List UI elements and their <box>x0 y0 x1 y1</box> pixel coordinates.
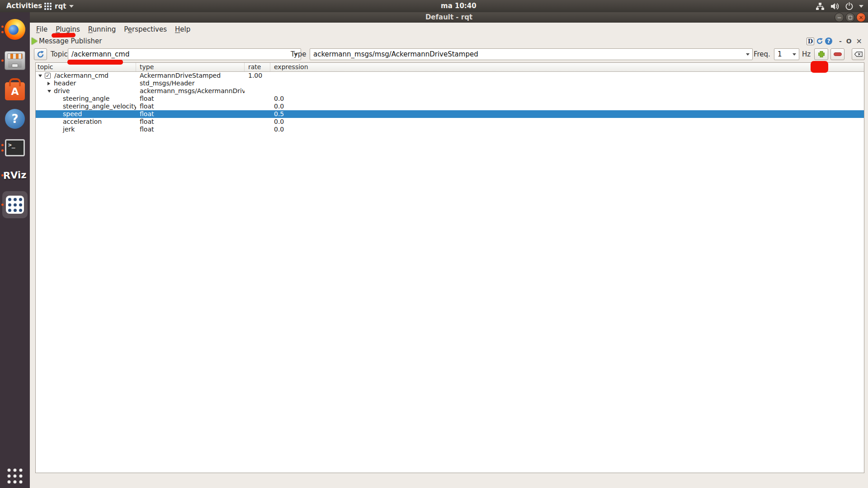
table-row[interactable]: speedfloat0.5 <box>36 110 864 118</box>
running-indicator <box>1 204 4 206</box>
type-cell: AckermannDriveStamped <box>136 72 245 80</box>
topic-combobox[interactable] <box>68 48 301 60</box>
dock-item-firefox[interactable] <box>0 12 30 47</box>
gnome-top-bar: Activities rqt ma 10:40 <box>0 0 868 12</box>
activities-button[interactable]: Activities <box>6 0 42 12</box>
rate-cell <box>245 110 270 118</box>
plugin-title-bar: Message Publisher D ? - O ✕ <box>30 36 868 47</box>
tree-body: ✓/ackermann_cmdAckermannDriveStamped1.00… <box>36 72 864 133</box>
freq-combobox[interactable] <box>774 48 799 60</box>
plugin-minimize-button[interactable]: - <box>838 38 843 45</box>
table-row[interactable]: steering_anglefloat0.0 <box>36 95 864 103</box>
rqt-grid-icon <box>6 196 24 214</box>
expression-cell: 0.0 <box>270 103 864 110</box>
terminal-icon: >_ <box>5 139 25 156</box>
running-indicator <box>1 60 4 62</box>
expression-cell: 0.0 <box>270 118 864 126</box>
expander-down-icon[interactable] <box>47 90 54 93</box>
topic-input[interactable] <box>68 49 292 60</box>
file-cabinet-icon <box>5 51 25 70</box>
dock-widget-d-button[interactable]: D <box>807 38 814 45</box>
type-cell: std_msgs/Header <box>136 80 245 87</box>
running-indicator <box>1 26 4 33</box>
table-header[interactable]: topic type rate expression <box>36 63 864 72</box>
window-titlebar[interactable]: Default - rqt − ✕ <box>30 12 868 23</box>
plus-icon <box>818 51 825 58</box>
rviz-icon: RViz <box>3 169 27 181</box>
topic-cell: /ackermann_cmd <box>54 72 108 80</box>
publisher-tree-table: topic type rate expression ✓/ackermann_c… <box>35 62 864 473</box>
column-header-expression[interactable]: expression <box>270 63 864 71</box>
dock-item-rviz[interactable]: RViz <box>0 162 30 188</box>
type-cell: float <box>136 95 245 103</box>
rate-cell <box>245 80 270 87</box>
chevron-down-icon <box>69 5 74 8</box>
dock: A ? >_ RViz <box>0 12 30 488</box>
menu-item-file[interactable]: File <box>32 25 52 33</box>
topic-cell: steering_angle_velocity <box>63 103 136 110</box>
type-combobox[interactable] <box>310 48 753 60</box>
chevron-down-icon[interactable] <box>746 53 750 56</box>
chevron-down-icon <box>859 5 863 8</box>
dock-item-terminal[interactable]: >_ <box>0 133 30 162</box>
topic-cell: jerk <box>63 126 75 133</box>
show-applications-icon[interactable] <box>8 469 23 483</box>
menu-item-perspectives[interactable]: Perspectives <box>120 25 171 33</box>
network-wired-icon <box>816 3 825 10</box>
refresh-topics-button[interactable] <box>34 48 47 60</box>
refresh-icon[interactable] <box>816 38 823 45</box>
dock-item-files[interactable] <box>0 47 30 75</box>
add-publisher-button[interactable] <box>814 48 828 60</box>
rate-cell <box>245 118 270 126</box>
column-header-rate[interactable]: rate <box>245 63 270 71</box>
table-row[interactable]: jerkfloat0.0 <box>36 126 864 133</box>
table-row[interactable]: ✓/ackermann_cmdAckermannDriveStamped1.00 <box>36 72 864 80</box>
column-header-type[interactable]: type <box>136 63 245 71</box>
table-row[interactable]: accelerationfloat0.0 <box>36 118 864 126</box>
menu-bar: FilePluginsRunningPerspectivesHelp <box>30 23 868 36</box>
plugin-title: Message Publisher <box>39 37 102 45</box>
maximize-button[interactable] <box>845 13 855 22</box>
type-input[interactable] <box>310 49 744 60</box>
table-row[interactable]: steering_angle_velocityfloat0.0 <box>36 103 864 110</box>
expander-right-icon[interactable] <box>47 82 54 85</box>
plugin-close-button[interactable]: ✕ <box>855 37 863 46</box>
close-button[interactable]: ✕ <box>856 13 866 22</box>
table-row[interactable]: driveackermann_msgs/AckermannDrive <box>36 87 864 95</box>
chevron-down-icon[interactable] <box>793 53 796 56</box>
window-title: Default - rqt <box>30 12 868 23</box>
type-cell: float <box>136 126 245 133</box>
menu-item-running[interactable]: Running <box>84 25 120 33</box>
hz-label: Hz <box>802 47 811 62</box>
dock-item-rqt[interactable] <box>0 188 30 221</box>
plugin-restore-button[interactable]: O <box>845 38 853 45</box>
publisher-toolbar: Topic Type Freq. Hz <box>30 47 868 62</box>
expression-cell <box>270 80 864 87</box>
type-cell: float <box>136 118 245 126</box>
rate-cell <box>245 126 270 133</box>
expression-cell: 0.5 <box>270 110 864 118</box>
minimize-button[interactable]: − <box>835 13 844 22</box>
freq-input[interactable] <box>774 49 791 60</box>
app-menu-button[interactable]: rqt <box>44 0 74 12</box>
expression-cell <box>270 87 864 95</box>
table-row[interactable]: headerstd_msgs/Header <box>36 80 864 87</box>
backspace-icon <box>854 52 863 57</box>
help-icon: ? <box>5 109 25 129</box>
clear-all-button[interactable] <box>852 48 865 60</box>
menu-item-plugins[interactable]: Plugins <box>52 25 84 33</box>
menu-item-help[interactable]: Help <box>171 25 194 33</box>
dock-item-help[interactable]: ? <box>0 104 30 133</box>
clock[interactable]: ma 10:40 <box>441 0 476 12</box>
expander-down-icon[interactable] <box>38 75 45 77</box>
running-indicator <box>1 144 4 152</box>
power-icon <box>845 2 853 10</box>
system-status-area[interactable] <box>816 0 863 12</box>
remove-publisher-button[interactable] <box>830 48 844 60</box>
volume-icon <box>830 3 840 10</box>
type-cell: ackermann_msgs/AckermannDrive <box>136 87 245 95</box>
dock-item-ubuntu-software[interactable]: A <box>0 75 30 104</box>
ubuntu-software-icon: A <box>5 82 25 100</box>
help-icon[interactable]: ? <box>825 38 832 45</box>
checkbox-checked[interactable]: ✓ <box>45 73 51 79</box>
